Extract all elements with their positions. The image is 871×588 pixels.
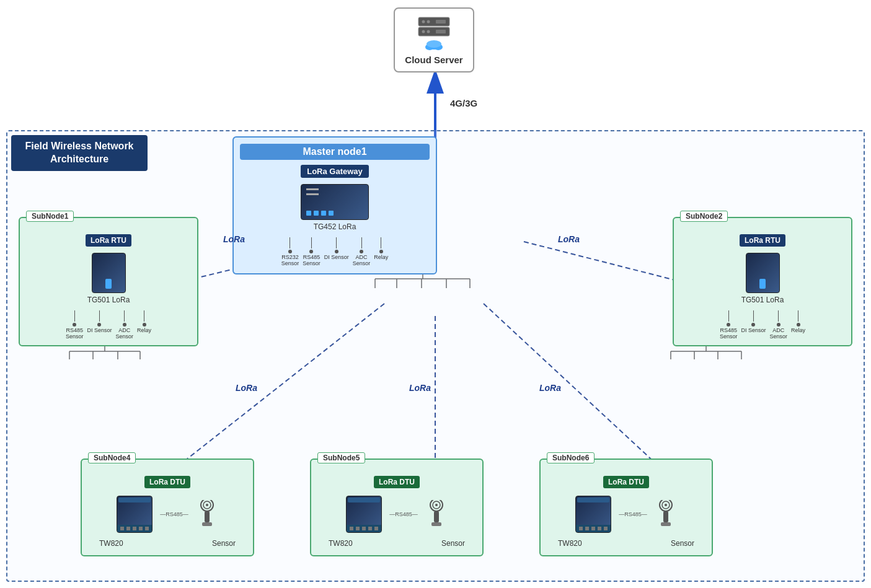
svg-point-32 bbox=[427, 20, 430, 24]
subnode2-sensor-rs485: RS485Sensor bbox=[720, 310, 738, 340]
subnode2-sensors: RS485Sensor DI Sensor ADCSensor Relay bbox=[679, 310, 846, 340]
sensor-adc: ADCSensor bbox=[353, 237, 371, 267]
subnode2-sensor-relay: Relay bbox=[791, 310, 805, 340]
subnode4: SubNode4 LoRa DTU —RS485— bbox=[81, 459, 254, 556]
lora-label-subnode1: LoRa bbox=[223, 234, 245, 244]
subnode5-sensor-icon bbox=[425, 500, 448, 529]
svg-point-44 bbox=[206, 504, 208, 506]
svg-point-49 bbox=[435, 504, 438, 506]
diagram-container: Cloud Server 4G/3G Field Wireless Networ… bbox=[0, 0, 871, 588]
subnode2-sensor-di: DI Sensor bbox=[741, 310, 766, 340]
subnode5-title: SubNode5 bbox=[317, 452, 365, 463]
subnode6-title: SubNode6 bbox=[547, 452, 595, 463]
sensor-rs485: RS485Sensor bbox=[303, 237, 321, 267]
lora-label-subnode5: LoRa bbox=[409, 383, 431, 393]
cloud-server-icon bbox=[412, 15, 456, 52]
master-sensor-row: RS232Sensor RS485Sensor DI Sensor ADCSen… bbox=[240, 237, 430, 267]
svg-rect-50 bbox=[434, 511, 439, 522]
subnode1-sensors: RS485Sensor DI Sensor ADCSensor Relay bbox=[25, 310, 192, 340]
svg-point-31 bbox=[422, 20, 425, 24]
subnode1-sensor-di: DI Sensor bbox=[87, 310, 112, 340]
subnode1-sensor-rs485: RS485Sensor bbox=[66, 310, 84, 340]
svg-point-35 bbox=[422, 30, 425, 33]
svg-rect-45 bbox=[205, 511, 210, 522]
subnode1-device: TG501 LoRa bbox=[25, 296, 192, 304]
subnode6-device: TW820 bbox=[558, 539, 582, 548]
svg-rect-46 bbox=[202, 522, 212, 526]
svg-point-54 bbox=[665, 504, 667, 506]
lora-label-subnode2: LoRa bbox=[558, 234, 580, 244]
cloud-server: Cloud Server bbox=[384, 7, 484, 72]
subnode5-device: TW820 bbox=[329, 539, 353, 548]
sensor-rs232: RS232Sensor bbox=[281, 237, 299, 267]
sensor-relay: Relay bbox=[374, 237, 388, 267]
master-node: Master node1 LoRa Gateway TG452 LoRa bbox=[232, 136, 437, 274]
subnode2-badge: LoRa RTU bbox=[740, 234, 785, 247]
subnode4-badge: LoRa DTU bbox=[144, 476, 190, 488]
subnode4-device: TW820 bbox=[99, 539, 123, 548]
subnode2-sensor-adc: ADCSensor bbox=[770, 310, 788, 340]
subnode5: SubNode5 LoRa DTU —RS485— bbox=[310, 459, 484, 556]
lora-label-subnode4: LoRa bbox=[236, 383, 257, 393]
subnode2: SubNode2 LoRa RTU TG501 LoRa RS485Sensor… bbox=[673, 217, 852, 346]
subnode6-sensor-icon bbox=[655, 500, 677, 529]
cloud-server-label: Cloud Server bbox=[405, 55, 462, 65]
svg-rect-51 bbox=[431, 522, 441, 526]
svg-point-41 bbox=[427, 40, 441, 48]
svg-rect-55 bbox=[663, 511, 668, 522]
subnode5-sensor-label: Sensor bbox=[441, 539, 465, 548]
subnode2-device: TG501 LoRa bbox=[679, 296, 846, 304]
subnode5-badge: LoRa DTU bbox=[374, 476, 420, 488]
subnode6-badge: LoRa DTU bbox=[603, 476, 649, 488]
connection-label-4g3g: 4G/3G bbox=[450, 98, 477, 108]
subnode4-sensor-label: Sensor bbox=[212, 539, 236, 548]
svg-point-36 bbox=[427, 30, 430, 33]
subnode1-sensor-relay: Relay bbox=[137, 310, 151, 340]
svg-rect-37 bbox=[436, 30, 446, 33]
lora-gateway-badge: LoRa Gateway bbox=[301, 165, 369, 178]
subnode6: SubNode6 LoRa DTU —RS485— bbox=[539, 459, 713, 556]
cloud-server-box: Cloud Server bbox=[394, 7, 474, 72]
subnode1-sensor-adc: ADCSensor bbox=[116, 310, 134, 340]
subnode4-title: SubNode4 bbox=[88, 452, 136, 463]
master-node-title: Master node1 bbox=[240, 144, 430, 160]
svg-rect-33 bbox=[436, 20, 446, 24]
field-network-title: Field Wireless Network Architecture bbox=[11, 135, 148, 171]
master-device-label: TG452 LoRa bbox=[240, 222, 430, 231]
subnode1-badge: LoRa RTU bbox=[86, 234, 131, 247]
sensor-di: DI Sensor bbox=[324, 237, 349, 267]
subnode1: SubNode1 LoRa RTU TG501 LoRa RS485Sensor… bbox=[19, 217, 198, 346]
lora-label-subnode6: LoRa bbox=[539, 383, 561, 393]
svg-rect-56 bbox=[661, 522, 671, 526]
subnode6-sensor-label: Sensor bbox=[671, 539, 694, 548]
subnode2-title: SubNode2 bbox=[680, 211, 728, 222]
subnode1-title: SubNode1 bbox=[26, 211, 74, 222]
subnode4-sensor-icon bbox=[196, 500, 218, 529]
